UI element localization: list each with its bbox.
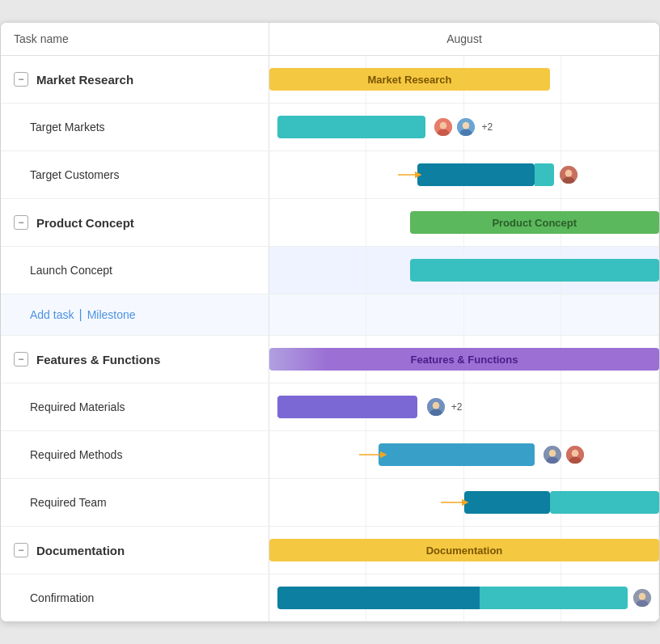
svg-point-4 (463, 122, 469, 129)
chart-required-materials: +2 (269, 383, 659, 430)
avatar-count-target-markets: +2 (481, 121, 493, 133)
chart-target-markets: +2 (269, 104, 659, 150)
gantt-header: Task name August (1, 23, 659, 56)
chart-market-research: Market Research (269, 56, 659, 103)
bar-target-customers-ext (535, 163, 554, 186)
label-target-customers: Target Customers (30, 168, 119, 181)
milestone-link[interactable]: Milestone (87, 308, 136, 321)
avatar-3 (558, 164, 579, 185)
avatars-target-customers (558, 164, 579, 185)
row-target-customers: Target Customers (1, 151, 659, 199)
chart-required-methods (269, 431, 659, 478)
chart-target-customers (269, 151, 659, 198)
task-col-market-research: − Market Research (1, 56, 269, 103)
chart-add (269, 294, 659, 335)
task-col-required-materials: Required Materials (1, 383, 269, 430)
bar-features-functions: Features & Functions (269, 348, 659, 371)
bar-required-materials (277, 396, 418, 418)
task-col-target-markets: Target Markets (1, 104, 269, 150)
gantt-chart: Task name August − Market Research Marke… (0, 22, 660, 622)
gantt-table: Task name August − Market Research Marke… (1, 23, 659, 621)
row-launch-concept: Launch Concept (1, 247, 659, 294)
header-task-col: Task name (1, 23, 269, 55)
bar-required-team-teal (550, 491, 659, 514)
row-required-methods: Required Methods (1, 431, 659, 479)
task-col-confirmation: Confirmation (1, 574, 269, 621)
avatar-female3 (565, 444, 586, 465)
task-col-target-customers: Target Customers (1, 151, 269, 198)
avatars-required-methods (542, 444, 586, 465)
avatars-confirmation (632, 587, 653, 608)
chart-launch-concept (269, 247, 659, 294)
svg-point-19 (639, 593, 645, 600)
task-col-launch-concept: Launch Concept (1, 247, 269, 294)
header-chart-col: August (269, 23, 659, 55)
svg-point-1 (440, 122, 446, 129)
row-documentation: − Documentation Documentation (1, 527, 659, 574)
svg-point-13 (549, 450, 556, 457)
collapse-icon-product-concept[interactable]: − (14, 215, 28, 230)
avatar-2 (455, 117, 476, 138)
label-launch-concept: Launch Concept (30, 264, 112, 277)
task-col-add: Add task | Milestone (1, 294, 269, 335)
row-required-team: Required Team (1, 479, 659, 527)
row-features-functions: − Features & Functions Features & Functi… (1, 336, 659, 383)
chart-confirmation (269, 574, 659, 621)
task-col-required-methods: Required Methods (1, 431, 269, 478)
bar-target-customers (417, 163, 535, 186)
bar-required-methods (379, 443, 535, 466)
label-confirmation: Confirmation (30, 591, 94, 604)
row-target-markets: Target Markets +2 (1, 104, 659, 151)
avatar-male3 (542, 444, 563, 465)
bar-documentation: Documentation (269, 539, 659, 561)
svg-point-16 (572, 450, 578, 457)
bar-target-markets (277, 116, 425, 138)
arrow-required-team (441, 494, 473, 511)
bar-confirmation-dark (277, 587, 480, 609)
label-required-materials: Required Materials (30, 400, 125, 413)
arrow-target-customers (398, 167, 430, 183)
add-task-link[interactable]: Add task (30, 308, 74, 321)
row-confirmation: Confirmation (1, 574, 659, 621)
task-col-documentation: − Documentation (1, 527, 269, 574)
bar-launch-concept (410, 259, 659, 282)
separator: | (78, 307, 82, 322)
chart-documentation: Documentation (269, 527, 659, 574)
svg-point-10 (433, 402, 439, 409)
row-add-task: Add task | Milestone (1, 294, 659, 336)
collapse-icon-market-research[interactable]: − (14, 72, 28, 87)
chart-required-team (269, 479, 659, 526)
avatars-target-markets: +2 (433, 117, 493, 138)
bar-required-team-dark (464, 491, 550, 514)
label-required-methods: Required Methods (30, 448, 122, 461)
task-col-features-functions: − Features & Functions (1, 336, 269, 383)
avatar-male4 (632, 587, 653, 608)
avatar-count-required-materials: +2 (451, 401, 463, 413)
collapse-icon-documentation[interactable]: − (14, 543, 28, 557)
row-product-concept: − Product Concept Product Concept (1, 199, 659, 247)
avatar-male2 (425, 396, 446, 417)
svg-point-7 (565, 170, 571, 177)
label-features-functions: Features & Functions (36, 353, 160, 366)
label-documentation: Documentation (36, 544, 125, 557)
label-required-team: Required Team (30, 496, 107, 509)
collapse-icon-features-functions[interactable]: − (14, 352, 28, 366)
bar-market-research: Market Research (269, 68, 550, 91)
task-col-required-team: Required Team (1, 479, 269, 526)
label-target-markets: Target Markets (30, 121, 105, 133)
avatars-required-materials: +2 (425, 396, 463, 417)
bar-product-concept: Product Concept (410, 211, 659, 234)
bar-confirmation-teal (480, 587, 628, 609)
label-product-concept: Product Concept (36, 216, 134, 230)
chart-features-functions: Features & Functions (269, 336, 659, 383)
task-col-product-concept: − Product Concept (1, 199, 269, 246)
chart-product-concept: Product Concept (269, 199, 659, 246)
row-required-materials: Required Materials +2 (1, 383, 659, 431)
arrow-required-methods (359, 447, 391, 463)
row-market-research: − Market Research Market Research (1, 56, 659, 104)
label-market-research: Market Research (36, 73, 133, 87)
avatar-1 (433, 117, 454, 138)
